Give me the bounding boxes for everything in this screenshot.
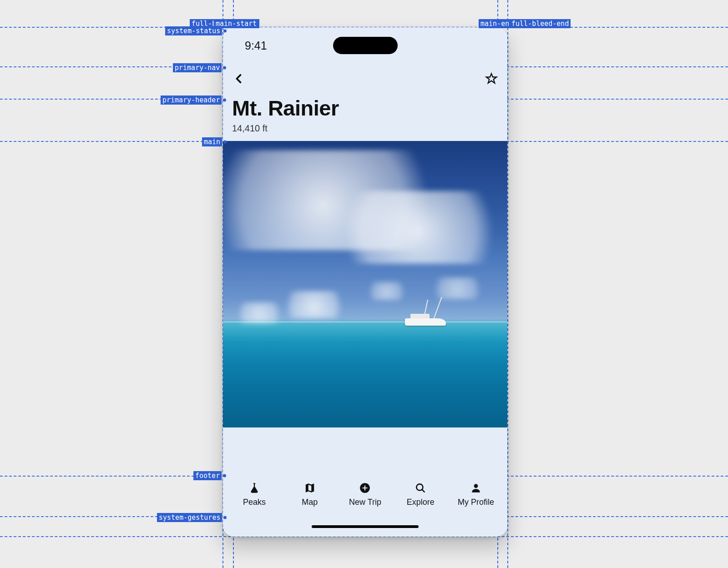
star-outline-icon xyxy=(485,72,498,87)
dynamic-island xyxy=(333,37,398,54)
favorite-button[interactable] xyxy=(485,73,498,86)
cloud-decoration xyxy=(428,277,487,299)
system-gestures xyxy=(223,516,507,537)
content-spacer xyxy=(223,427,507,478)
cloud-decoration xyxy=(323,191,507,264)
tab-map[interactable]: Map xyxy=(282,482,338,507)
primary-nav xyxy=(223,64,507,96)
guide-label-main: main xyxy=(202,137,222,146)
guide-label-primary-header: primary-header xyxy=(161,96,222,105)
chevron-left-icon xyxy=(233,72,245,87)
home-indicator[interactable] xyxy=(312,525,419,528)
tab-new-trip[interactable]: New Trip xyxy=(338,482,393,507)
guide-vline xyxy=(507,0,508,568)
tab-label: Map xyxy=(302,498,318,507)
tab-my-profile[interactable]: My Profile xyxy=(448,482,504,507)
search-icon xyxy=(415,482,426,496)
plus-circle-icon xyxy=(359,482,371,496)
tab-explore[interactable]: Explore xyxy=(393,482,448,507)
device-frame: 9:41 Mt. Rainier 14,410 ft xyxy=(223,27,507,537)
guide-label-primary-nav: primary-nav xyxy=(173,63,222,72)
guide-label-system-gestures: system-gestures xyxy=(157,513,222,522)
tab-label: New Trip xyxy=(349,498,381,507)
cloud-decoration xyxy=(364,282,410,300)
page-subtitle: 14,410 ft xyxy=(232,123,498,134)
footer-tab-bar: Peaks Map New Trip Explore My Profile xyxy=(223,478,507,516)
system-status-bar: 9:41 xyxy=(223,27,507,64)
guide-label-full-bleed-end: full-bleed-end xyxy=(510,19,571,28)
horizon-decoration xyxy=(223,322,507,323)
back-button[interactable] xyxy=(232,73,246,86)
cloud-decoration xyxy=(278,291,350,318)
tab-label: Peaks xyxy=(243,498,266,507)
page-title: Mt. Rainier xyxy=(232,96,498,121)
tab-label: My Profile xyxy=(458,498,494,507)
map-icon xyxy=(304,482,316,496)
hero-image xyxy=(223,141,507,427)
tab-label: Explore xyxy=(407,498,435,507)
tab-peaks[interactable]: Peaks xyxy=(227,482,282,507)
boat-decoration xyxy=(405,310,446,326)
status-time: 9:41 xyxy=(245,39,267,52)
guide-label-system-status: system-status xyxy=(165,26,222,35)
cloud-decoration xyxy=(232,302,287,323)
svg-line-3 xyxy=(422,489,425,492)
svg-point-4 xyxy=(474,484,478,488)
guide-label-footer: footer xyxy=(193,471,222,480)
flask-icon xyxy=(248,482,260,496)
svg-marker-0 xyxy=(486,74,496,83)
primary-header: Mt. Rainier 14,410 ft xyxy=(223,96,507,141)
person-icon xyxy=(470,482,482,496)
